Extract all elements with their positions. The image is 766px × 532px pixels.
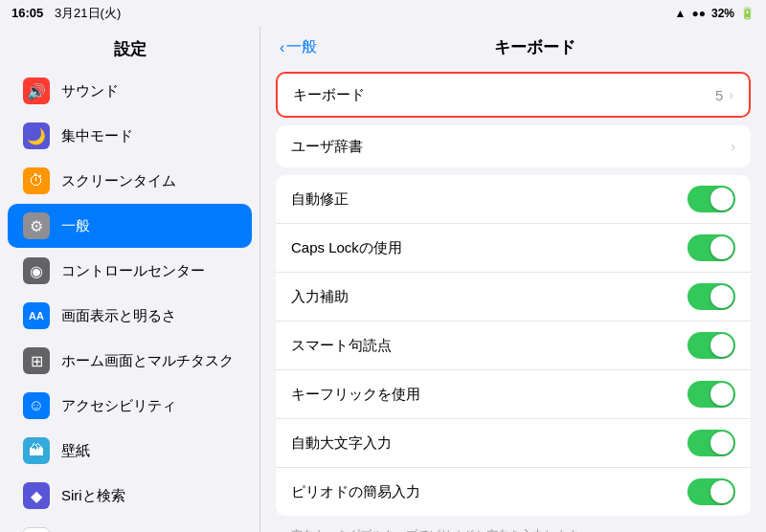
- display-icon: AA: [23, 302, 50, 329]
- row-label-2-3: スマート句読点: [291, 337, 392, 355]
- panel-header: ‹ 一般 キーボード: [260, 27, 766, 66]
- sidebar-item-siri[interactable]: ◆Siriと検索: [8, 474, 252, 518]
- toggle-自動大文字入力[interactable]: [687, 430, 735, 456]
- settings-group-toggles-section: 自動修正Caps Lockの使用入力補助スマート句読点キーフリックを使用自動大文…: [276, 175, 751, 516]
- settings-group-user-dict-section: ユーザ辞書›: [276, 125, 751, 167]
- toggle-入力補助[interactable]: [687, 283, 735, 310]
- row-right-0-0: 5›: [715, 87, 733, 103]
- settings-row-2-1[interactable]: Caps Lockの使用: [276, 224, 751, 273]
- toggle-自動修正[interactable]: [687, 186, 735, 212]
- status-time: 16:05 3月21日(火): [11, 5, 121, 22]
- sidebar-label-siri: Siriと検索: [61, 487, 125, 505]
- control-center-icon: ◉: [23, 257, 50, 284]
- sidebar-label-wallpaper: 壁紙: [61, 442, 90, 460]
- chevron-right-icon: ›: [729, 87, 733, 102]
- row-label-0-0: キーボード: [293, 86, 365, 104]
- sidebar-item-wallpaper[interactable]: 🏔壁紙: [8, 429, 252, 473]
- battery-label: 32%: [711, 7, 734, 20]
- sidebar-item-control-center[interactable]: ◉コントロールセンター: [8, 249, 252, 293]
- row-label-2-5: 自動大文字入力: [291, 434, 392, 453]
- back-label: 一般: [286, 37, 317, 57]
- sidebar-label-general: 一般: [61, 217, 90, 235]
- sidebar-label-accessibility: アクセシビリティ: [61, 397, 176, 415]
- sound-icon: 🔊: [23, 78, 50, 104]
- general-icon: ⚙: [23, 212, 50, 239]
- row-label-2-6: ピリオドの簡易入力: [291, 483, 420, 501]
- wallpaper-icon: 🏔: [23, 437, 50, 464]
- row-label-2-2: 入力補助: [291, 288, 349, 306]
- settings-row-1-0[interactable]: ユーザ辞書›: [276, 125, 751, 167]
- sidebar-item-sound[interactable]: 🔊サウンド: [8, 69, 252, 113]
- sidebar-item-home[interactable]: ⊞ホーム画面とマルチタスク: [8, 339, 252, 383]
- sidebar-label-display: 画面表示と明るさ: [61, 307, 176, 325]
- sidebar-label-screen-time: スクリーンタイム: [61, 172, 176, 190]
- home-icon: ⊞: [23, 347, 50, 374]
- wifi-icon: ▲: [675, 7, 687, 20]
- sidebar-item-display[interactable]: AA画面表示と明るさ: [8, 294, 252, 338]
- sidebar: 設定 🔊サウンド🌙集中モード⏱スクリーンタイム⚙一般◉コントロールセンターAA画…: [0, 27, 260, 532]
- settings-row-0-0[interactable]: キーボード5›: [278, 74, 749, 116]
- row-label-2-1: Caps Lockの使用: [291, 239, 402, 257]
- sidebar-title: 設定: [0, 27, 259, 68]
- panel-title: キーボード: [323, 36, 747, 58]
- settings-row-2-6[interactable]: ピリオドの簡易入力: [276, 468, 751, 516]
- date: 3月21日(火): [55, 6, 121, 20]
- row-value-0-0: 5: [715, 87, 723, 103]
- row-right-1-0: ›: [731, 139, 735, 154]
- sidebar-item-focus[interactable]: 🌙集中モード: [8, 114, 252, 158]
- settings-row-2-5[interactable]: 自動大文字入力: [276, 419, 751, 468]
- status-right: ▲ ●● 32% 🔋: [675, 7, 755, 20]
- row-label-1-0: ユーザ辞書: [291, 138, 363, 156]
- sidebar-item-screen-time[interactable]: ⏱スクリーンタイム: [8, 159, 252, 203]
- screen-time-icon: ⏱: [23, 167, 50, 194]
- toggle-ピリオドの簡易入力[interactable]: [687, 478, 735, 505]
- sub-text-2: 空白キーをダブルタップでピリオドと空白を入力します。: [276, 523, 751, 532]
- time: 16:05: [11, 6, 43, 20]
- back-button[interactable]: ‹ 一般: [280, 37, 317, 57]
- sidebar-item-accessibility[interactable]: ☺アクセシビリティ: [8, 384, 252, 428]
- focus-icon: 🌙: [23, 122, 50, 149]
- sidebar-items-container: 🔊サウンド🌙集中モード⏱スクリーンタイム⚙一般◉コントロールセンターAA画面表示…: [0, 69, 259, 532]
- row-label-2-0: 自動修正: [291, 190, 349, 209]
- sidebar-item-pencil[interactable]: ✏Apple Pencil: [8, 519, 252, 532]
- chevron-left-icon: ‹: [280, 39, 284, 56]
- sidebar-label-focus: 集中モード: [61, 127, 133, 145]
- toggle-キーフリックを使用[interactable]: [687, 381, 735, 408]
- status-bar: 16:05 3月21日(火) ▲ ●● 32% 🔋: [0, 0, 766, 27]
- toggle-Caps-Lockの使用[interactable]: [687, 234, 735, 261]
- accessibility-icon: ☺: [23, 392, 50, 419]
- settings-row-2-0[interactable]: 自動修正: [276, 175, 751, 224]
- sidebar-label-home: ホーム画面とマルチタスク: [61, 352, 234, 370]
- pencil-icon: ✏: [23, 527, 50, 532]
- signal-icon: ●●: [691, 7, 706, 20]
- main-layout: 設定 🔊サウンド🌙集中モード⏱スクリーンタイム⚙一般◉コントロールセンターAA画…: [0, 27, 766, 532]
- settings-row-2-4[interactable]: キーフリックを使用: [276, 370, 751, 419]
- settings-group-keyboard-section: キーボード5›: [276, 72, 751, 118]
- sidebar-label-control-center: コントロールセンター: [61, 262, 205, 280]
- row-label-2-4: キーフリックを使用: [291, 386, 420, 404]
- sidebar-item-general[interactable]: ⚙一般: [8, 204, 252, 248]
- toggle-スマート句読点[interactable]: [687, 332, 735, 359]
- chevron-right-icon: ›: [731, 139, 735, 154]
- right-panel[interactable]: ‹ 一般 キーボード キーボード5›ユーザ辞書›自動修正Caps Lockの使用…: [260, 27, 766, 532]
- settings-row-2-2[interactable]: 入力補助: [276, 273, 751, 321]
- sidebar-label-sound: サウンド: [61, 82, 119, 100]
- settings-row-2-3[interactable]: スマート句読点: [276, 321, 751, 370]
- battery-icon: 🔋: [740, 7, 755, 20]
- panel-content: キーボード5›ユーザ辞書›自動修正Caps Lockの使用入力補助スマート句読点…: [276, 72, 751, 532]
- siri-icon: ◆: [23, 482, 50, 509]
